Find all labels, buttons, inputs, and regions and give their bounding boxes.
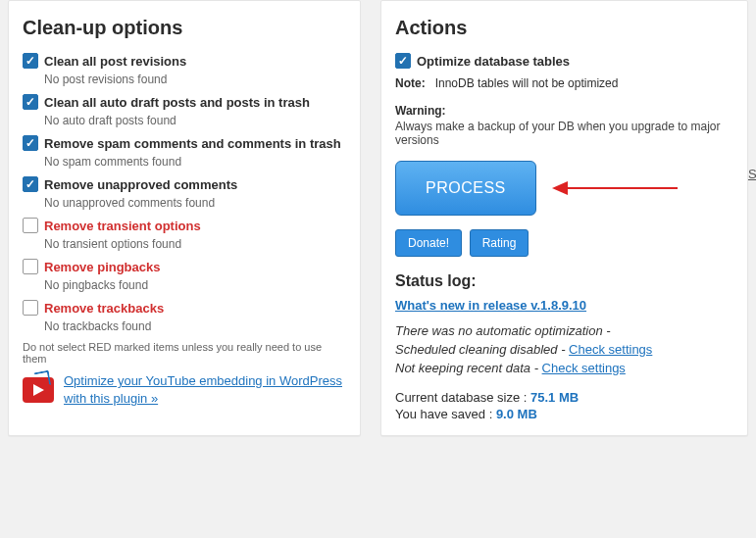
recent-line: Not keeping recent data - Check settings bbox=[395, 360, 733, 378]
option-pingbacks: Remove pingbacks bbox=[23, 259, 346, 274]
option-trackbacks: Remove trackbacks bbox=[23, 300, 346, 316]
check-settings-sched[interactable]: Check settings bbox=[569, 342, 652, 357]
donate-button[interactable]: Donate! bbox=[395, 229, 462, 257]
note-text: InnoDB tables will not be optimized bbox=[435, 76, 619, 90]
checkbox-spam-comments[interactable] bbox=[23, 135, 38, 151]
actions-panel: Actions Optimize database tables Note: I… bbox=[380, 0, 748, 436]
label-pingbacks: Remove pingbacks bbox=[44, 260, 161, 274]
checkbox-auto-draft[interactable] bbox=[23, 94, 38, 110]
db-size-row: Current database size : 75.1 MB bbox=[395, 390, 733, 405]
arrow-icon bbox=[550, 176, 682, 200]
edge-letter: S bbox=[748, 167, 756, 181]
secondary-buttons: Donate! Rating bbox=[395, 229, 733, 257]
sub-clean-revisions: No post revisions found bbox=[44, 73, 346, 86]
label-optimize-tables: Optimize database tables bbox=[417, 54, 570, 69]
sub-transient: No transient options found bbox=[44, 237, 346, 251]
label-transient: Remove transient options bbox=[44, 219, 201, 233]
sub-unapproved: No unapproved comments found bbox=[44, 196, 346, 210]
whats-new-link[interactable]: What's new in release v.1.8.9.10 bbox=[395, 298, 586, 313]
sub-trackbacks: No trackbacks found bbox=[44, 319, 346, 333]
yt-promo: Optimize your YouTube embedding in WordP… bbox=[23, 372, 346, 408]
cleanup-title: Clean-up options bbox=[23, 17, 346, 39]
label-clean-revisions: Clean all post revisions bbox=[44, 54, 186, 69]
option-auto-draft: Clean all auto draft posts and posts in … bbox=[23, 94, 346, 110]
checkbox-pingbacks[interactable] bbox=[23, 259, 38, 274]
option-spam-comments: Remove spam comments and comments in tra… bbox=[23, 135, 346, 151]
auto-opt-line: There was no automatic optimization - bbox=[395, 322, 733, 341]
option-optimize-tables: Optimize database tables bbox=[395, 53, 733, 69]
label-unapproved: Remove unapproved comments bbox=[44, 177, 237, 192]
label-auto-draft: Clean all auto draft posts and posts in … bbox=[44, 95, 310, 110]
label-spam-comments: Remove spam comments and comments in tra… bbox=[44, 136, 341, 151]
saved-row: You have saved : 9.0 MB bbox=[395, 407, 733, 421]
warning-label: Warning: bbox=[395, 104, 733, 118]
cleanup-panel: Clean-up options Clean all post revision… bbox=[8, 0, 361, 436]
note-line: Note: InnoDB tables will not be optimize… bbox=[395, 76, 733, 90]
process-row: PROCESS bbox=[395, 161, 733, 216]
process-button[interactable]: PROCESS bbox=[395, 161, 536, 216]
actions-title: Actions bbox=[395, 17, 733, 39]
warning-text: Always make a backup of your DB when you… bbox=[395, 120, 733, 147]
red-footnote: Do not select RED marked items unless yo… bbox=[23, 341, 346, 365]
rating-button[interactable]: Rating bbox=[470, 229, 529, 257]
yt-link[interactable]: Optimize your YouTube embedding in WordP… bbox=[64, 372, 346, 408]
db-size-label: Current database size : bbox=[395, 390, 530, 405]
note-label: Note: bbox=[395, 76, 426, 90]
checkbox-clean-revisions[interactable] bbox=[23, 53, 38, 69]
sub-auto-draft: No auto draft posts found bbox=[44, 114, 346, 127]
option-unapproved: Remove unapproved comments bbox=[23, 176, 346, 192]
checkbox-transient[interactable] bbox=[23, 218, 38, 233]
svg-marker-1 bbox=[552, 181, 568, 195]
checkbox-unapproved[interactable] bbox=[23, 176, 38, 192]
label-trackbacks: Remove trackbacks bbox=[44, 301, 164, 316]
option-transient: Remove transient options bbox=[23, 218, 346, 233]
check-settings-recent[interactable]: Check settings bbox=[542, 361, 626, 375]
status-log-title: Status log: bbox=[395, 272, 733, 290]
sub-spam-comments: No spam comments found bbox=[44, 155, 346, 169]
sub-pingbacks: No pingbacks found bbox=[44, 278, 346, 292]
checkbox-trackbacks[interactable] bbox=[23, 300, 38, 316]
checkbox-optimize-tables[interactable] bbox=[395, 53, 411, 69]
option-clean-revisions: Clean all post revisions bbox=[23, 53, 346, 69]
saved-value: 9.0 MB bbox=[496, 407, 537, 421]
sched-line: Scheduled cleaning disabled - Check sett… bbox=[395, 341, 733, 360]
youtube-icon bbox=[23, 377, 54, 403]
saved-label: You have saved : bbox=[395, 407, 496, 421]
db-size-value: 75.1 MB bbox=[530, 390, 579, 405]
